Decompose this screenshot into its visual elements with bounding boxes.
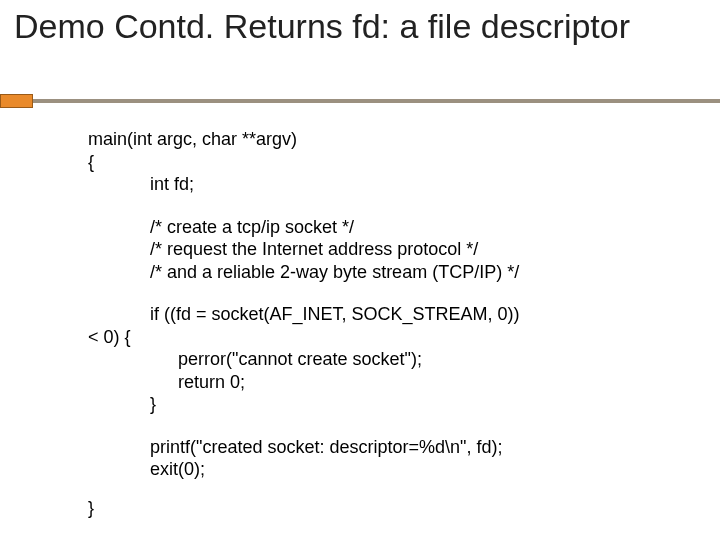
code-line: /* create a tcp/ip socket */ [88, 216, 680, 239]
slide-title: Demo Contd. Returns fd: a file descripto… [0, 0, 720, 46]
code-line: return 0; [88, 371, 680, 394]
code-line: } [88, 393, 680, 416]
code-line: { [88, 151, 680, 174]
code-line: } [88, 497, 680, 520]
code-line: main(int argc, char **argv) [88, 128, 680, 151]
title-underline [0, 94, 720, 108]
code-line: int fd; [88, 173, 680, 196]
code-text: perror("cannot create socket"); [178, 349, 422, 369]
code-line: if ((fd = socket(AF_INET, SOCK_STREAM, 0… [88, 303, 680, 326]
code-body: main(int argc, char **argv) { int fd; /*… [88, 128, 680, 519]
code-line: /* and a reliable 2-way byte stream (TCP… [88, 261, 680, 284]
code-line: /* request the Internet address protocol… [88, 238, 680, 261]
slide: Demo Contd. Returns fd: a file descripto… [0, 0, 720, 540]
accent-box [0, 94, 33, 108]
divider-line [33, 99, 720, 103]
code-line: perror("cannot create socket"); [88, 348, 680, 371]
code-line: exit(0); [88, 458, 680, 481]
code-line: printf("created socket: descriptor=%d\n"… [88, 436, 680, 459]
code-line: < 0) { [88, 326, 680, 349]
code-text: return 0; [178, 372, 245, 392]
